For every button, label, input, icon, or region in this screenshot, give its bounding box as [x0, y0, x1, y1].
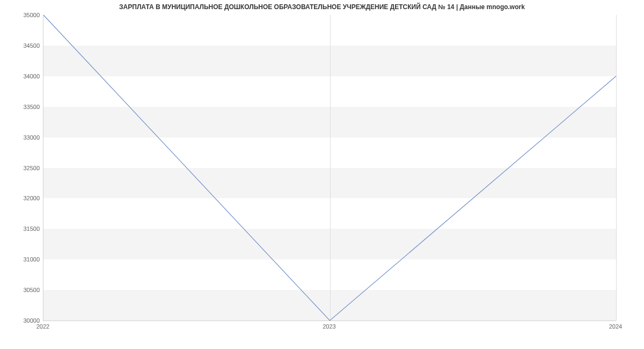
y-tick-label: 32000 — [13, 195, 40, 201]
y-tick-label: 34500 — [13, 42, 40, 49]
data-line — [43, 15, 616, 321]
y-tick-label: 31000 — [13, 256, 40, 263]
y-tick-label: 33000 — [13, 134, 40, 141]
grid-vertical — [616, 15, 617, 321]
plot-area — [43, 15, 616, 321]
y-tick-label: 33500 — [13, 104, 40, 110]
chart-container: ЗАРПЛАТА В МУНИЦИПАЛЬНОЕ ДОШКОЛЬНОЕ ОБРА… — [0, 0, 644, 349]
y-tick-label: 30500 — [13, 287, 40, 293]
y-tick-label: 35000 — [13, 12, 40, 18]
x-tick-label: 2022 — [27, 323, 59, 330]
y-tick-label: 31500 — [13, 226, 40, 232]
line-layer — [43, 15, 616, 321]
x-tick-label: 2023 — [313, 323, 346, 330]
y-tick-label: 34000 — [13, 73, 40, 79]
x-tick-label: 2024 — [599, 323, 632, 330]
chart-title: ЗАРПЛАТА В МУНИЦИПАЛЬНОЕ ДОШКОЛЬНОЕ ОБРА… — [0, 3, 644, 11]
y-tick-label: 32500 — [13, 165, 40, 171]
